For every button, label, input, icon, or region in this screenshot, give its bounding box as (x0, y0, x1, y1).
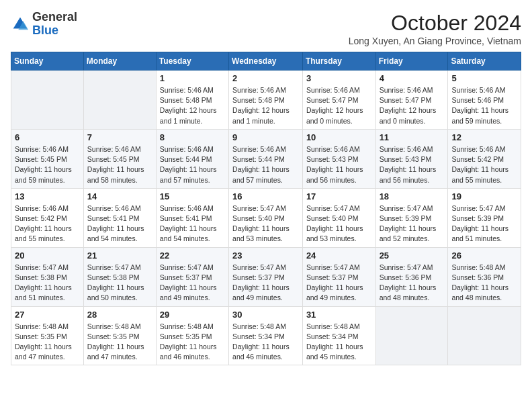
weekday-header: Monday (83, 52, 156, 71)
day-info: Sunrise: 5:46 AM Sunset: 5:48 PM Dayligh… (232, 85, 299, 126)
day-info: Sunrise: 5:48 AM Sunset: 5:35 PM Dayligh… (87, 322, 152, 363)
day-number: 7 (87, 132, 152, 142)
day-info: Sunrise: 5:46 AM Sunset: 5:44 PM Dayligh… (232, 144, 299, 185)
month-title: October 2024 (349, 11, 521, 36)
day-info: Sunrise: 5:47 AM Sunset: 5:39 PM Dayligh… (380, 203, 445, 244)
day-info: Sunrise: 5:48 AM Sunset: 5:35 PM Dayligh… (160, 322, 225, 363)
calendar-cell: 18Sunrise: 5:47 AM Sunset: 5:39 PM Dayli… (375, 188, 448, 247)
day-number: 13 (15, 191, 80, 201)
calendar-cell: 14Sunrise: 5:46 AM Sunset: 5:41 PM Dayli… (83, 188, 156, 247)
calendar-week-row: 13Sunrise: 5:46 AM Sunset: 5:42 PM Dayli… (11, 188, 521, 247)
day-info: Sunrise: 5:47 AM Sunset: 5:39 PM Dayligh… (451, 203, 517, 244)
day-number: 17 (306, 191, 372, 201)
day-number: 8 (160, 132, 225, 142)
weekday-header: Thursday (302, 52, 375, 71)
logo-blue: Blue (32, 24, 58, 37)
header: General Blue October 2024 Long Xuyen, An… (11, 11, 521, 46)
day-info: Sunrise: 5:46 AM Sunset: 5:46 PM Dayligh… (451, 85, 517, 126)
day-number: 19 (451, 191, 517, 201)
location-subtitle: Long Xuyen, An Giang Province, Vietnam (349, 36, 521, 46)
day-number: 6 (15, 132, 80, 142)
day-number: 23 (232, 250, 299, 261)
day-number: 3 (306, 73, 372, 83)
calendar-cell: 4Sunrise: 5:46 AM Sunset: 5:47 PM Daylig… (375, 71, 448, 130)
logo-icon (11, 15, 30, 34)
day-number: 16 (232, 191, 299, 201)
logo: General Blue (11, 11, 77, 38)
day-info: Sunrise: 5:46 AM Sunset: 5:41 PM Dayligh… (160, 203, 225, 244)
calendar-cell: 20Sunrise: 5:47 AM Sunset: 5:38 PM Dayli… (11, 247, 84, 306)
calendar-cell: 11Sunrise: 5:46 AM Sunset: 5:43 PM Dayli… (375, 129, 448, 188)
calendar-week-row: 27Sunrise: 5:48 AM Sunset: 5:35 PM Dayli… (11, 306, 521, 365)
calendar-cell: 3Sunrise: 5:46 AM Sunset: 5:47 PM Daylig… (302, 71, 375, 130)
title-area: October 2024 Long Xuyen, An Giang Provin… (349, 11, 521, 46)
day-number: 29 (160, 310, 225, 320)
day-info: Sunrise: 5:46 AM Sunset: 5:45 PM Dayligh… (87, 144, 152, 185)
calendar-cell: 30Sunrise: 5:48 AM Sunset: 5:34 PM Dayli… (229, 306, 303, 365)
day-info: Sunrise: 5:48 AM Sunset: 5:35 PM Dayligh… (15, 322, 80, 363)
day-number: 24 (306, 250, 372, 261)
weekday-header: Tuesday (156, 52, 228, 71)
day-number: 4 (380, 73, 445, 83)
day-number: 22 (160, 250, 225, 261)
day-number: 14 (87, 191, 152, 201)
calendar-cell: 22Sunrise: 5:47 AM Sunset: 5:37 PM Dayli… (156, 247, 228, 306)
day-number: 18 (380, 191, 445, 201)
day-number: 15 (160, 191, 225, 201)
logo-text: General Blue (32, 11, 77, 38)
logo-general: General (32, 10, 77, 24)
calendar-week-row: 1Sunrise: 5:46 AM Sunset: 5:48 PM Daylig… (11, 71, 521, 130)
calendar-cell: 19Sunrise: 5:47 AM Sunset: 5:39 PM Dayli… (448, 188, 521, 247)
day-info: Sunrise: 5:47 AM Sunset: 5:37 PM Dayligh… (160, 263, 225, 304)
day-number: 9 (232, 132, 299, 142)
day-info: Sunrise: 5:47 AM Sunset: 5:36 PM Dayligh… (380, 263, 445, 304)
day-info: Sunrise: 5:47 AM Sunset: 5:40 PM Dayligh… (306, 203, 372, 244)
day-info: Sunrise: 5:46 AM Sunset: 5:44 PM Dayligh… (160, 144, 225, 185)
day-info: Sunrise: 5:48 AM Sunset: 5:36 PM Dayligh… (451, 263, 517, 304)
day-number: 31 (306, 310, 372, 320)
day-number: 11 (380, 132, 445, 142)
calendar-week-row: 20Sunrise: 5:47 AM Sunset: 5:38 PM Dayli… (11, 247, 521, 306)
day-info: Sunrise: 5:46 AM Sunset: 5:45 PM Dayligh… (15, 144, 80, 185)
day-number: 30 (232, 310, 299, 320)
calendar-cell: 27Sunrise: 5:48 AM Sunset: 5:35 PM Dayli… (11, 306, 84, 365)
calendar-cell (375, 306, 448, 365)
day-info: Sunrise: 5:47 AM Sunset: 5:37 PM Dayligh… (232, 263, 299, 304)
weekday-header: Sunday (11, 52, 84, 71)
calendar-cell (11, 71, 84, 130)
calendar-cell: 25Sunrise: 5:47 AM Sunset: 5:36 PM Dayli… (375, 247, 448, 306)
day-number: 21 (87, 250, 152, 261)
calendar-cell: 6Sunrise: 5:46 AM Sunset: 5:45 PM Daylig… (11, 129, 84, 188)
day-number: 25 (380, 250, 445, 261)
day-number: 20 (15, 250, 80, 261)
calendar-cell: 5Sunrise: 5:46 AM Sunset: 5:46 PM Daylig… (448, 71, 521, 130)
day-info: Sunrise: 5:46 AM Sunset: 5:48 PM Dayligh… (160, 85, 225, 126)
day-info: Sunrise: 5:48 AM Sunset: 5:34 PM Dayligh… (306, 322, 372, 363)
calendar-cell: 24Sunrise: 5:47 AM Sunset: 5:37 PM Dayli… (302, 247, 375, 306)
calendar-cell: 2Sunrise: 5:46 AM Sunset: 5:48 PM Daylig… (229, 71, 303, 130)
day-number: 28 (87, 310, 152, 320)
calendar-cell: 17Sunrise: 5:47 AM Sunset: 5:40 PM Dayli… (302, 188, 375, 247)
calendar-header-row: SundayMondayTuesdayWednesdayThursdayFrid… (11, 52, 521, 71)
calendar-cell (83, 71, 156, 130)
calendar-cell: 31Sunrise: 5:48 AM Sunset: 5:34 PM Dayli… (302, 306, 375, 365)
day-info: Sunrise: 5:46 AM Sunset: 5:43 PM Dayligh… (380, 144, 445, 185)
day-info: Sunrise: 5:48 AM Sunset: 5:34 PM Dayligh… (232, 322, 299, 363)
calendar-cell: 8Sunrise: 5:46 AM Sunset: 5:44 PM Daylig… (156, 129, 228, 188)
day-info: Sunrise: 5:47 AM Sunset: 5:40 PM Dayligh… (232, 203, 299, 244)
calendar-week-row: 6Sunrise: 5:46 AM Sunset: 5:45 PM Daylig… (11, 129, 521, 188)
day-number: 1 (160, 73, 225, 83)
day-info: Sunrise: 5:46 AM Sunset: 5:42 PM Dayligh… (15, 203, 80, 244)
calendar-cell: 16Sunrise: 5:47 AM Sunset: 5:40 PM Dayli… (229, 188, 303, 247)
day-number: 2 (232, 73, 299, 83)
day-info: Sunrise: 5:46 AM Sunset: 5:43 PM Dayligh… (306, 144, 372, 185)
day-info: Sunrise: 5:47 AM Sunset: 5:38 PM Dayligh… (87, 263, 152, 304)
calendar-cell: 10Sunrise: 5:46 AM Sunset: 5:43 PM Dayli… (302, 129, 375, 188)
calendar-cell (448, 306, 521, 365)
day-number: 5 (451, 73, 517, 83)
calendar-cell: 15Sunrise: 5:46 AM Sunset: 5:41 PM Dayli… (156, 188, 228, 247)
calendar-table: SundayMondayTuesdayWednesdayThursdayFrid… (11, 52, 521, 365)
day-info: Sunrise: 5:46 AM Sunset: 5:47 PM Dayligh… (306, 85, 372, 126)
day-number: 27 (15, 310, 80, 320)
day-info: Sunrise: 5:46 AM Sunset: 5:42 PM Dayligh… (451, 144, 517, 185)
